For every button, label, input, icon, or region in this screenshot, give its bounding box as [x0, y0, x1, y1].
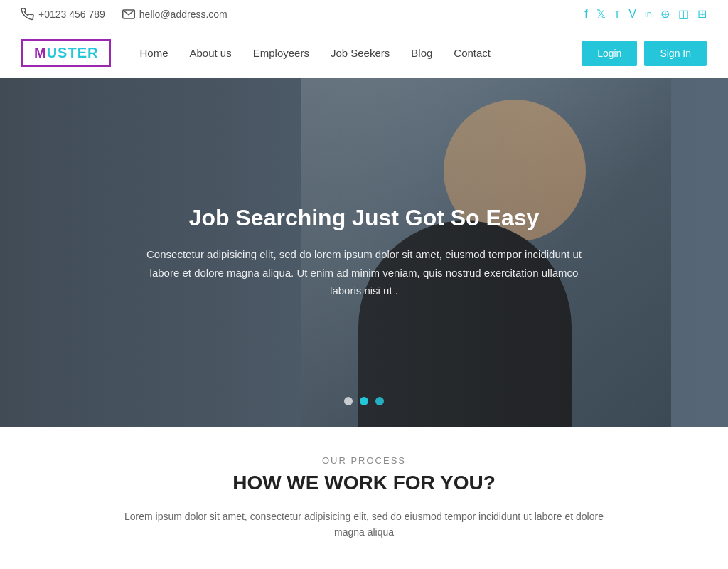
nav-employers[interactable]: Employeers	[253, 47, 309, 59]
signin-button[interactable]: Sign In	[644, 41, 707, 66]
process-text: Lorem ipsum dolor sit amet, consectetur …	[115, 509, 613, 541]
top-bar: +0123 456 789 hello@address.com f 𝕏 T V …	[0, 0, 728, 28]
linkedin-icon[interactable]: in	[645, 9, 652, 19]
nav-about[interactable]: About us	[189, 47, 231, 59]
twitter-icon[interactable]: 𝕏	[596, 7, 606, 21]
carousel-dot-1[interactable]	[344, 397, 353, 405]
phone-icon	[21, 8, 34, 21]
hero-content: Job Searching Just Got So Easy Consectet…	[115, 205, 613, 300]
process-section: OUR PROCESS HOW WE WORK FOR YOU? Lorem i…	[0, 427, 728, 555]
nav-job-seekers[interactable]: Job Seekers	[331, 47, 390, 59]
logo-text-m: M	[34, 45, 47, 60]
phone-contact: +0123 456 789	[21, 8, 105, 21]
login-button[interactable]: Login	[582, 41, 637, 66]
dribbble-icon[interactable]: ⊕	[660, 7, 670, 21]
nav-blog[interactable]: Blog	[411, 47, 432, 59]
hero-title: Job Searching Just Got So Easy	[144, 205, 584, 231]
email-icon	[122, 9, 135, 19]
nav-home[interactable]: Home	[139, 47, 168, 59]
nav-buttons: Login Sign In	[582, 41, 707, 66]
hero-subtitle: Consectetur adipisicing elit, sed do lor…	[144, 245, 584, 300]
process-label: OUR PROCESS	[21, 455, 707, 466]
email-address: hello@address.com	[139, 9, 228, 20]
email-contact: hello@address.com	[122, 9, 228, 20]
nav-contact[interactable]: Contact	[454, 47, 491, 59]
carousel-dot-3[interactable]	[375, 397, 384, 405]
contact-info: +0123 456 789 hello@address.com	[21, 8, 228, 21]
rss-icon[interactable]: ⊞	[697, 7, 707, 21]
vimeo-icon[interactable]: V	[628, 8, 636, 21]
hero-carousel-dots	[344, 397, 384, 405]
instagram-icon[interactable]: ◫	[678, 7, 689, 21]
logo-text-uster: USTER	[47, 45, 99, 60]
carousel-dot-2[interactable]	[360, 397, 368, 405]
facebook-icon[interactable]: f	[584, 8, 587, 21]
tumblr-icon[interactable]: T	[614, 9, 621, 20]
social-icons: f 𝕏 T V in ⊕ ◫ ⊞	[584, 7, 707, 21]
logo[interactable]: MUSTER	[21, 39, 111, 67]
header: MUSTER Home About us Employeers Job Seek…	[0, 28, 728, 78]
process-title: HOW WE WORK FOR YOU?	[21, 472, 707, 494]
main-nav: Home About us Employeers Job Seekers Blo…	[139, 47, 582, 59]
phone-number: +0123 456 789	[38, 9, 105, 20]
hero-section: Job Searching Just Got So Easy Consectet…	[0, 78, 728, 427]
